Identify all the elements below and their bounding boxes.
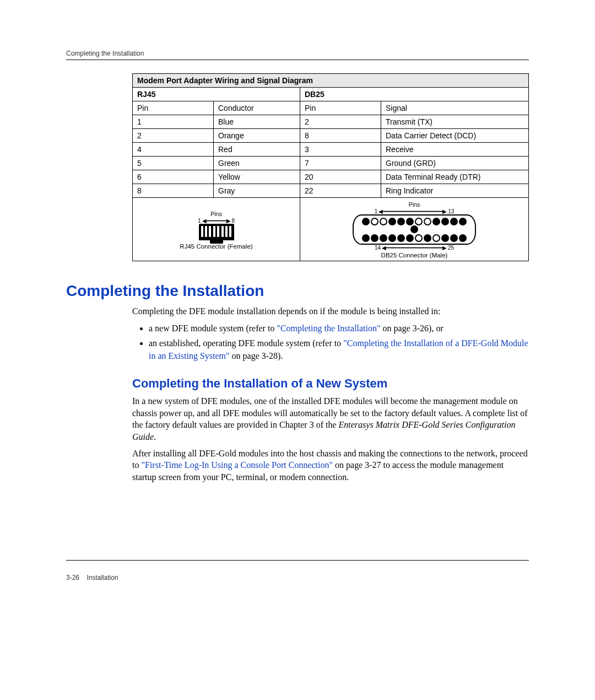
subsection-heading: Completing the Installation of a New Sys… [132, 376, 529, 391]
db25-caption: DB25 Connector (Male) [300, 252, 528, 259]
db25-diagram-cell: Pins 1 ◀━━━━━━━━━━━━━━━━━━▶ 13 [300, 198, 529, 261]
footer-page-number: 3-26 [66, 574, 79, 581]
bullet-list: a new DFE module system (refer to "Compl… [132, 322, 529, 363]
body-paragraph: After installing all DFE-Gold modules in… [132, 448, 529, 483]
list-item: a new DFE module system (refer to "Compl… [149, 322, 529, 335]
rj45-arrow-line: 1 ◀━━━━━━▶ 8 [133, 218, 300, 224]
intro-paragraph: Completing the DFE module installation d… [132, 305, 529, 317]
rj45-connector-icon [199, 224, 234, 240]
wiring-table: Modem Port Adapter Wiring and Signal Dia… [132, 73, 529, 261]
col-pin-db25: Pin [300, 101, 381, 115]
rj45-diagram-cell: Pins 1 ◀━━━━━━▶ 8 RJ45 Connector (Female… [133, 198, 300, 261]
body-paragraph: In a new system of DFE modules, one of t… [132, 395, 529, 443]
list-item: an established, operating DFE module sys… [149, 337, 529, 362]
page-footer: 3-26 Installation [66, 574, 529, 581]
table-title: Modem Port Adapter Wiring and Signal Dia… [133, 74, 529, 88]
xref-link[interactable]: "Completing the Installation" [277, 324, 380, 333]
table-row: 5 Green 7 Ground (GRD) [133, 157, 529, 170]
db25-bottom-arrow: 14 ◀━━━━━━━━━━━━━━━━━▶ 25 [300, 245, 528, 251]
footer-rule [66, 560, 529, 561]
table-row: 2 Orange 8 Data Carrier Detect (DCD) [133, 129, 529, 143]
db25-header: DB25 [300, 88, 529, 101]
table-row: 8 Gray 22 Ring Indicator [133, 184, 529, 198]
section-heading: Completing the Installation [66, 282, 529, 300]
header-rule [66, 60, 529, 60]
table-row: 6 Yellow 20 Data Terminal Ready (DTR) [133, 170, 529, 184]
db25-top-arrow: 1 ◀━━━━━━━━━━━━━━━━━━▶ 13 [300, 208, 528, 214]
rj45-pins-label: Pins [133, 211, 300, 217]
rj45-header: RJ45 [133, 88, 300, 101]
footer-chapter: Installation [86, 574, 118, 581]
col-signal: Signal [381, 101, 529, 115]
table-row: 4 Red 3 Receive [133, 143, 529, 157]
db25-pins-label: Pins [300, 201, 528, 208]
col-conductor: Conductor [214, 101, 300, 115]
db25-connector-icon [353, 214, 476, 245]
running-head: Completing the Installation [66, 50, 529, 57]
col-pin-rj45: Pin [133, 101, 214, 115]
xref-link[interactable]: "First-Time Log-In Using a Console Port … [141, 460, 333, 470]
rj45-caption: RJ45 Connector (Female) [133, 243, 300, 250]
table-row: 1 Blue 2 Transmit (TX) [133, 115, 529, 129]
